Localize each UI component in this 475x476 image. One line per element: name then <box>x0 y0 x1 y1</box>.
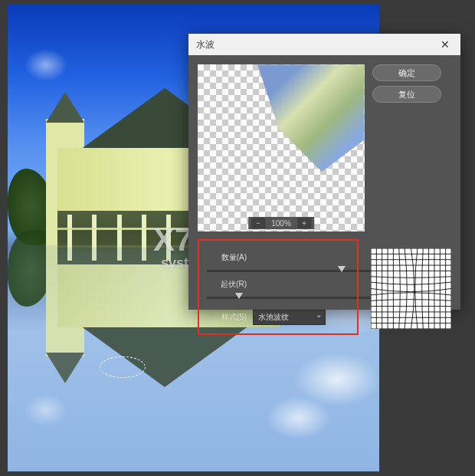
svg-rect-0 <box>371 248 451 329</box>
style-dropdown[interactable]: 水池波纹 <box>253 310 326 325</box>
wireframe-preview <box>371 248 451 329</box>
close-icon[interactable]: ✕ <box>437 37 453 52</box>
zoom-level: 100% <box>271 219 291 228</box>
selection-marquee[interactable] <box>100 356 146 378</box>
dialog-titlebar[interactable]: 水波 ✕ <box>188 34 460 55</box>
ok-button[interactable]: 确定 <box>372 64 441 81</box>
zoom-out-button[interactable]: － <box>251 218 265 228</box>
zoom-controls: － 100% ＋ <box>248 217 314 229</box>
filter-preview[interactable]: － 100% ＋ <box>198 64 365 231</box>
zoom-in-button[interactable]: ＋ <box>297 218 311 228</box>
style-label: 样式(S) <box>207 312 247 323</box>
reset-button[interactable]: 复位 <box>372 86 441 103</box>
ridges-label: 起伏(R) <box>207 279 247 290</box>
dialog-title: 水波 <box>196 38 437 51</box>
amount-label: 数量(A) <box>207 252 247 263</box>
zigzag-filter-dialog: 水波 ✕ － 100% ＋ 确定 复位 数量(A) 10 <box>188 34 460 310</box>
